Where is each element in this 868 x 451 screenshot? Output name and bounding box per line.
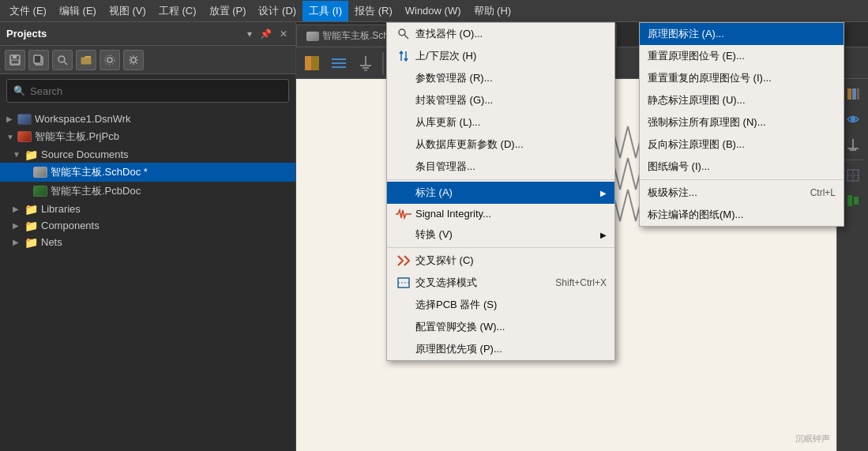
menu-item-footprint-manager[interactable]: 封装管理器 (G)... (387, 89, 614, 111)
tree-item-label: 智能车主板.PrjPcb (35, 130, 119, 144)
menu-item-label: 从库更新 (L)... (415, 115, 607, 130)
menu-item-update-from-lib[interactable]: 从库更新 (L)... (387, 111, 614, 133)
biaozhu-item-annotate-sch[interactable]: 原理图标注 (A)... (640, 23, 844, 45)
signal-icon (395, 209, 412, 220)
tree-item-schdoc[interactable]: 智能车主板.SchDoc * (0, 163, 295, 182)
svg-rect-2 (11, 60, 19, 64)
right-tb-btn-4[interactable] (841, 163, 865, 187)
biaozhu-item-label: 重置原理图位号 (E)... (648, 49, 745, 63)
biaozhu-item-board-level[interactable]: 板级标注... Ctrl+L (640, 182, 844, 204)
panel-pin2-btn[interactable]: 📌 (258, 28, 273, 39)
menu-help[interactable]: 帮助 (H) (468, 1, 518, 21)
settings-toolbar-btn[interactable] (100, 50, 120, 70)
menu-item-convert[interactable]: 转换 (V) ▶ (387, 224, 614, 246)
menu-item-uplevel[interactable]: 上/下层次 (H) (387, 45, 614, 67)
biaozhu-item-compiled[interactable]: 标注编译的图纸(M)... (640, 204, 844, 226)
menu-item-signal-integrity[interactable]: Signal Integrity... (387, 204, 614, 224)
right-tb-btn-1[interactable] (841, 82, 865, 106)
svg-rect-28 (847, 88, 851, 100)
settings2-toolbar-btn[interactable] (123, 50, 144, 70)
panel-close-btn[interactable]: ✕ (278, 28, 289, 39)
tab-label: 智能车主板.Sch... (322, 29, 396, 43)
svg-rect-42 (398, 278, 409, 288)
right-tb-btn-2[interactable] (841, 107, 865, 131)
folder-toolbar-btn[interactable] (76, 50, 96, 70)
menu-window[interactable]: Window (W) (399, 2, 468, 20)
tree-item-nets[interactable]: ▶ 📁 Nets (0, 234, 295, 250)
biaozhu-submenu: 原理图标注 (A)... 重置原理图位号 (E)... 重置重复的原理图位号 (… (639, 22, 844, 227)
menu-edit[interactable]: 编辑 (E) (53, 1, 103, 21)
biaozhu-item-force-all[interactable]: 强制标注所有原理图 (N)... (640, 111, 844, 133)
search-input[interactable] (30, 85, 282, 97)
right-tb-btn-3[interactable] (841, 133, 865, 156)
menu-item-label: 标注 (A) (415, 186, 597, 200)
menu-file[interactable]: 文件 (E) (3, 1, 53, 21)
menu-project[interactable]: 工程 (C) (152, 1, 203, 21)
tree-arrow (22, 168, 32, 177)
tree-item-prjpcb[interactable]: ▼ 智能车主板.PrjPcb (0, 127, 295, 146)
search-box[interactable]: 🔍 (6, 79, 289, 103)
cross-probe-icon (395, 254, 412, 267)
tree-item-components[interactable]: ▶ 📁 Components (0, 217, 295, 234)
ground-btn[interactable] (353, 51, 378, 76)
biaozhu-item-static[interactable]: 静态标注原理图 (U)... (640, 89, 844, 111)
menu-item-annotate[interactable]: 标注 (A) ▶ (387, 182, 614, 204)
toolbar-divider (382, 52, 384, 74)
menu-item-configure-pin-swap[interactable]: 配置管脚交换 (W)... (387, 316, 614, 338)
right-tb-btn-5[interactable] (841, 189, 865, 212)
tree-arrow (22, 187, 32, 196)
biaozhu-item-label: 反向标注原理图 (B)... (648, 137, 745, 152)
menu-item-param-manager[interactable]: 参数管理器 (R)... (387, 67, 614, 89)
browse-toolbar-btn[interactable] (52, 50, 73, 70)
menu-item-label: 原理图优先项 (P)... (415, 342, 607, 356)
biaozhu-item-reset-dup[interactable]: 重置重复的原理图位号 (I)... (640, 67, 844, 89)
tree-item-workspace[interactable]: ▶ Workspace1.DsnWrk (0, 111, 295, 127)
svg-rect-29 (852, 88, 856, 100)
biaozhu-item-sheet-number[interactable]: 图纸编号 (I)... (640, 156, 844, 178)
tree-item-label: Nets (41, 236, 62, 248)
menu-item-find-part[interactable]: 查找器件 (O)... (387, 23, 614, 45)
svg-point-40 (399, 29, 405, 36)
menu-report[interactable]: 报告 (R) (348, 1, 399, 21)
tree-arrow: ▶ (13, 205, 22, 213)
menu-item-select-pcb[interactable]: 选择PCB 器件 (S) (387, 294, 614, 316)
menu-item-schematic-prefs[interactable]: 原理图优先项 (P)... (387, 338, 614, 360)
menu-item-update-from-db[interactable]: 从数据库更新参数 (D)... (387, 133, 614, 156)
menu-item-item-manager[interactable]: 条目管理器... (387, 156, 614, 178)
svg-rect-4 (34, 55, 41, 63)
layer-btn-1[interactable] (299, 51, 325, 76)
tree-arrow: ▶ (13, 238, 22, 246)
folder-icon: 📁 (24, 204, 38, 215)
workspace-icon (17, 114, 32, 125)
svg-line-6 (64, 62, 67, 65)
menu-tools[interactable]: 工具 (I) (302, 1, 348, 21)
biaozhu-item-reset-pos[interactable]: 重置原理图位号 (E)... (640, 45, 844, 67)
tree-item-source-docs[interactable]: ▼ 📁 Source Documents (0, 146, 295, 163)
layer-btn-2[interactable] (326, 51, 351, 76)
menu-item-cross-select[interactable]: 交叉选择模式 Shift+Ctrl+X (387, 272, 614, 294)
menu-item-label: Signal Integrity... (415, 208, 607, 220)
svg-point-9 (131, 58, 136, 62)
menu-design[interactable]: 设计 (D) (252, 1, 302, 21)
panel-pin-btn[interactable]: ▾ (246, 28, 254, 39)
search-icon: 🔍 (13, 85, 25, 96)
save-toolbar-btn[interactable] (5, 50, 25, 70)
tree-item-pcbdoc[interactable]: 智能车主板.PcbDoc (0, 182, 295, 201)
copy-toolbar-btn[interactable] (28, 50, 49, 70)
tree-arrow: ▶ (6, 115, 16, 123)
menu-place[interactable]: 放置 (P) (203, 1, 253, 21)
find-part-icon (395, 28, 412, 40)
biaozhu-item-label: 板级标注... (648, 186, 798, 200)
tree-item-libraries[interactable]: ▶ 📁 Libraries (0, 201, 295, 217)
menu-item-label: 从数据库更新参数 (D)... (415, 137, 607, 152)
svg-point-31 (851, 117, 855, 122)
tree-arrow: ▶ (13, 221, 22, 230)
biaozhu-item-reverse[interactable]: 反向标注原理图 (B)... (640, 133, 844, 156)
svg-rect-38 (847, 195, 852, 206)
biaozhu-item-label: 标注编译的图纸(M)... (648, 208, 743, 222)
menu-item-label: 选择PCB 器件 (S) (415, 298, 607, 312)
menu-view[interactable]: 视图 (V) (103, 1, 152, 21)
sch-tab-icon (306, 32, 319, 41)
tree-arrow: ▼ (6, 133, 16, 141)
menu-item-cross-probe[interactable]: 交叉探针 (C) (387, 250, 614, 272)
